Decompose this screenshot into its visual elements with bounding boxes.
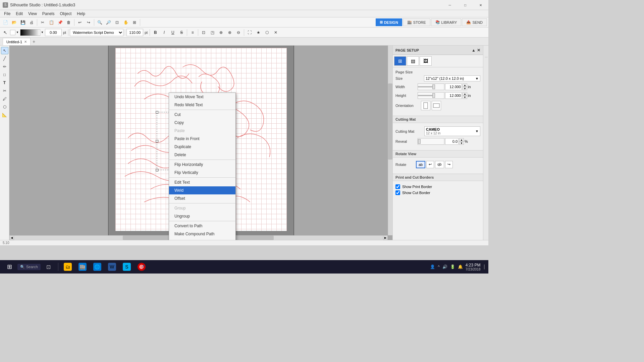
orientation-portrait[interactable] [421, 101, 430, 110]
open-button[interactable]: 📂 [10, 18, 18, 26]
show-cut-border-checkbox[interactable] [395, 190, 400, 195]
width-slider[interactable] [418, 83, 444, 90]
transform-button2[interactable]: ◳ [208, 28, 216, 37]
3d-button[interactable]: ⬡ [263, 28, 271, 37]
reveal-input[interactable] [445, 138, 459, 145]
line-tool[interactable]: ╱ [1, 55, 8, 62]
zoom-out-button[interactable]: 🔎 [104, 18, 112, 26]
reveal-down-button[interactable]: ▼ [459, 141, 464, 145]
taskbar-network-icon[interactable]: ^ [438, 264, 440, 269]
taskbar-store[interactable]: 🏬 [76, 261, 89, 272]
paste-button[interactable]: 📌 [56, 18, 64, 26]
close-button[interactable]: ✕ [473, 0, 488, 10]
hscroll-right-button[interactable]: ▶ [383, 235, 388, 240]
menu-help[interactable]: Help [74, 11, 88, 17]
zoom-fit-button[interactable]: ⊡ [113, 18, 121, 26]
tab-untitled1[interactable]: Untitled-1 ✕ [3, 38, 31, 45]
ctx-flip-vertically[interactable]: Flip Vertically [169, 169, 235, 177]
menu-object[interactable]: Object [57, 11, 74, 17]
group-button[interactable]: ⛶ [246, 28, 254, 37]
hscroll-left-button[interactable]: ◀ [9, 235, 14, 240]
ctx-paste-in-front[interactable]: Paste in Front [169, 135, 235, 143]
library-button[interactable]: 📚LIBRARY [431, 18, 462, 26]
rotate-90-button[interactable]: ↩ [426, 161, 434, 168]
ctx-duplicate[interactable]: Duplicate [169, 143, 235, 151]
transform-button1[interactable]: ⊡ [200, 28, 208, 37]
save-button[interactable]: 💾 [19, 18, 27, 26]
taskbar-battery-icon[interactable]: 🔋 [450, 264, 455, 269]
reveal-up-button[interactable]: ▲ [459, 138, 464, 141]
taskbar-search[interactable]: 🔍 Search [17, 261, 41, 272]
height-input[interactable] [445, 92, 462, 99]
star-button[interactable]: ★ [254, 28, 262, 37]
start-button[interactable]: ⊞ [3, 261, 16, 272]
transform-button5[interactable]: ⊖ [234, 28, 243, 37]
ctx-convert-to-path[interactable]: Convert to Path [169, 222, 235, 230]
polygon-tool[interactable]: ⬡ [1, 103, 8, 111]
rotate-180-button[interactable]: qb [435, 161, 444, 168]
scissors-tool[interactable]: ✂ [1, 87, 8, 95]
stroke-dropdown-arrow[interactable]: ▼ [41, 31, 44, 34]
ctx-ungroup[interactable]: Ungroup [169, 212, 235, 220]
height-down-button[interactable]: ▼ [463, 96, 467, 99]
rect-tool[interactable]: □ [1, 71, 8, 78]
panel-tab-image[interactable]: 🖼 [420, 56, 432, 66]
text-arrow-tool[interactable]: ↖ [1, 28, 9, 37]
ctx-flip-horizontally[interactable]: Flip Horizontally [169, 161, 235, 169]
design-button[interactable]: ⊞DESIGN [376, 18, 402, 26]
ctx-weld[interactable]: Weld [169, 186, 235, 194]
bold-button[interactable]: B [151, 28, 159, 37]
measure-tool[interactable]: 📐 [1, 111, 8, 119]
x-position-input[interactable] [45, 29, 62, 36]
minimize-button[interactable]: ─ [442, 0, 458, 10]
redo-button[interactable]: ↪ [85, 18, 93, 26]
size-dropdown[interactable]: 12"x12" (12.0 x 12.0 in) ▼ [424, 75, 480, 81]
vscroll-thumb[interactable] [388, 83, 392, 159]
ctx-redo-weld-text[interactable]: Redo Weld Text [169, 101, 235, 109]
undo-button[interactable]: ↩ [76, 18, 84, 26]
height-up-button[interactable]: ▲ [463, 92, 467, 96]
reveal-slider[interactable] [418, 138, 444, 145]
vertical-scrollbar[interactable] [388, 46, 392, 235]
taskbar-edge[interactable]: 🌐 [91, 261, 104, 272]
taskbar-show-desktop[interactable]: │ [483, 264, 486, 269]
panel-tab-list[interactable]: ▤ [407, 56, 419, 66]
send-button[interactable]: 📤SEND [462, 18, 487, 26]
taskbar-notification-icon[interactable]: 🔔 [458, 264, 463, 269]
taskbar-word[interactable]: W [105, 261, 119, 272]
ctx-release-compound-path[interactable]: Release Compound Path [169, 238, 235, 240]
print-button[interactable]: 🖨 [28, 18, 36, 26]
taskbar-people-icon[interactable]: 👤 [430, 264, 435, 269]
height-slider[interactable] [418, 92, 444, 99]
menu-view[interactable]: View [25, 11, 40, 17]
taskbar-silhouette[interactable]: 🎯 [135, 261, 148, 272]
tab-close-button[interactable]: ✕ [24, 40, 27, 44]
font-size-input[interactable] [126, 29, 143, 36]
transform-button4[interactable]: ⊗ [226, 28, 234, 37]
panel-tab-grid[interactable]: ⊞ [394, 56, 406, 66]
grid-button[interactable]: ⊞ [130, 18, 139, 26]
show-print-border-checkbox[interactable] [395, 184, 400, 189]
delete-button[interactable]: 🗑 [65, 18, 73, 26]
taskbar-sound-icon[interactable]: 🔊 [442, 264, 447, 269]
transform-button3[interactable]: ⊕ [217, 28, 225, 37]
menu-file[interactable]: File [1, 11, 13, 17]
text-tool[interactable]: T [1, 79, 8, 86]
pen-tool[interactable]: 🖊 [1, 95, 8, 103]
rotate-0-button[interactable]: ab [416, 161, 425, 168]
font-selector[interactable]: Watermelon Script Demo [70, 29, 123, 36]
store-button[interactable]: 🏬STORE [403, 18, 430, 26]
copy-button[interactable]: 📋 [47, 18, 55, 26]
strikethrough-button[interactable]: S [177, 28, 185, 37]
menu-edit[interactable]: Edit [13, 11, 25, 17]
taskbar-file-explorer[interactable]: 🗂 [61, 261, 74, 272]
underline-button[interactable]: U [169, 28, 177, 37]
menu-panels[interactable]: Panels [40, 11, 57, 17]
width-down-button[interactable]: ▼ [463, 87, 467, 90]
ctx-edit-text[interactable]: Edit Text [169, 178, 235, 186]
rotate-270-button[interactable]: ↪ [445, 161, 453, 168]
maximize-button[interactable]: □ [458, 0, 473, 10]
new-button[interactable]: 📄 [1, 18, 9, 26]
close-button2[interactable]: ✕ [272, 28, 280, 37]
fill-color-swatch[interactable] [10, 30, 15, 35]
